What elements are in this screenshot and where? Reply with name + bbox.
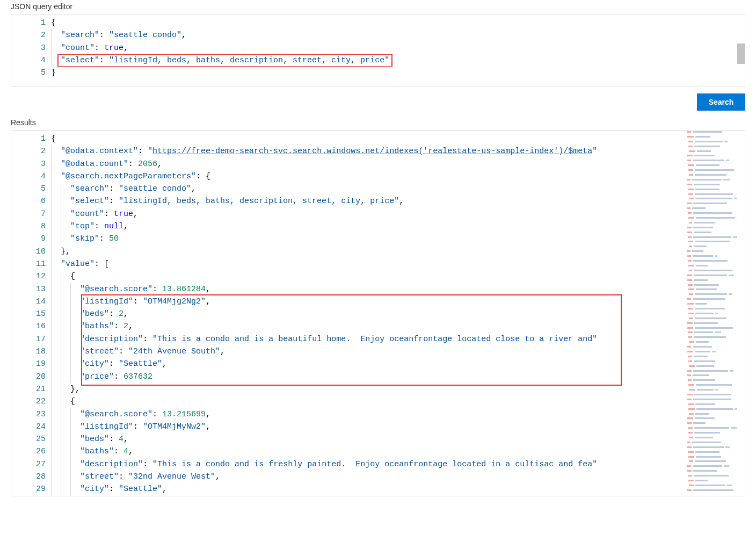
query-editor[interactable]: 12345 { "search": "seattle condo", "coun…	[11, 14, 745, 87]
results-editor-gutter: 1234567891011121314151617181920212223242…	[11, 131, 51, 496]
query-editor-code[interactable]: { "search": "seattle condo", "count": tr…	[51, 15, 745, 86]
results-editor-minimap[interactable]	[686, 131, 737, 496]
search-button[interactable]: Search	[697, 93, 745, 111]
query-editor-scrollbar[interactable]	[737, 15, 745, 86]
results-editor[interactable]: 1234567891011121314151617181920212223242…	[11, 130, 745, 496]
results-label: Results	[11, 118, 745, 127]
query-editor-scroll-thumb[interactable]	[737, 44, 745, 64]
query-editor-gutter: 12345	[11, 15, 51, 86]
query-editor-label: JSON query editor	[11, 2, 745, 11]
results-editor-code: { "@odata.context": "https://free-demo-s…	[51, 131, 745, 496]
